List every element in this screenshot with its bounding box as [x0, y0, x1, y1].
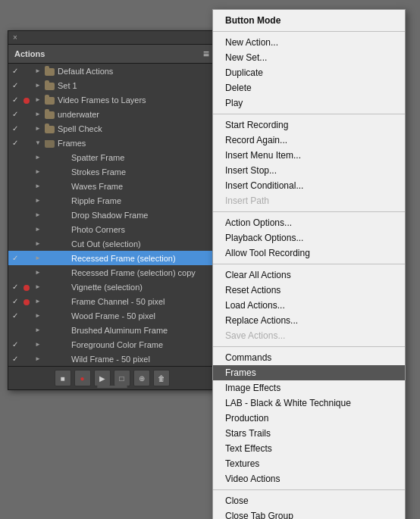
- check-col: ✓: [10, 67, 20, 75]
- action-item[interactable]: ✓►Default Actions: [8, 64, 215, 78]
- check-col: ✓: [10, 124, 20, 133]
- expand-col: ►: [33, 211, 43, 218]
- menu-item-frames[interactable]: Frames: [213, 365, 405, 380]
- menu-item-load-actions[interactable]: Load Actions...: [213, 298, 405, 313]
- menu-item-insert-menu-item[interactable]: Insert Menu Item...: [213, 148, 405, 163]
- panel-close-icon[interactable]: ×: [13, 33, 17, 42]
- menu-item-playback-options[interactable]: Playback Options...: [213, 230, 405, 245]
- action-item[interactable]: ✓►Spell Check: [8, 121, 215, 136]
- item-label: Waves Frame: [58, 182, 214, 191]
- action-item[interactable]: ►Brushed Aluminum Frame: [8, 323, 215, 337]
- expand-col: ►: [33, 82, 43, 89]
- menu-item-insert-conditional[interactable]: Insert Conditional...: [213, 178, 405, 193]
- expand-col: ►: [33, 298, 43, 305]
- item-label: Set 1: [58, 81, 214, 90]
- item-label: Video Frames to Layers: [58, 95, 214, 105]
- record-button[interactable]: ●: [74, 370, 91, 386]
- actions-list: ✓►Default Actions✓►Set 1✓►Video Frames t…: [8, 64, 215, 366]
- action-item[interactable]: ✓▼Frames: [8, 136, 215, 150]
- item-icon: [43, 123, 55, 133]
- item-icon: [43, 95, 55, 104]
- menu-item-delete[interactable]: Delete: [213, 80, 405, 95]
- check-col: ✓: [10, 311, 20, 320]
- menu-item-allow-tool-recording[interactable]: Allow Tool Recording: [213, 245, 405, 261]
- panel-menu-icon[interactable]: ≡ →: [203, 48, 209, 60]
- action-item[interactable]: ►Spatter Frame: [8, 150, 215, 164]
- menu-item-insert-stop[interactable]: Insert Stop...: [213, 163, 405, 178]
- play-button[interactable]: ▶: [94, 370, 111, 386]
- menu-item-replace-actions[interactable]: Replace Actions...: [213, 313, 405, 328]
- stop-button[interactable]: ■: [55, 370, 71, 386]
- item-label: Ripple Frame: [58, 196, 214, 205]
- item-label: Default Actions: [58, 67, 214, 76]
- check-col: ✓: [10, 139, 20, 147]
- expand-col: ►: [33, 125, 43, 132]
- new-set-button[interactable]: □: [114, 370, 130, 386]
- menu-separator: [213, 211, 405, 212]
- action-item[interactable]: ►Strokes Frame: [8, 164, 215, 179]
- action-item[interactable]: ✓►Recessed Frame (selection): [8, 251, 215, 265]
- menu-item-new-action[interactable]: New Action...: [213, 35, 405, 50]
- item-icon: [43, 138, 55, 147]
- item-label: Frame Channel - 50 pixel: [58, 297, 214, 306]
- menu-item-play[interactable]: Play: [213, 95, 405, 111]
- item-label: Photo Corners: [58, 225, 214, 234]
- action-item[interactable]: ►Recessed Frame (selection) copy: [8, 265, 215, 280]
- menu-item-image-effects[interactable]: Image Effects: [213, 380, 405, 396]
- menu-item-video-actions[interactable]: Video Actions: [213, 471, 405, 486]
- action-item[interactable]: ►Waves Frame: [8, 179, 215, 193]
- item-label: underwater: [58, 110, 214, 119]
- item-label: Vignette (selection): [58, 283, 214, 292]
- expand-col: ►: [33, 269, 43, 276]
- expand-col: ►: [33, 96, 43, 103]
- check-col: ✓: [10, 355, 20, 363]
- action-item[interactable]: ►Drop Shadow Frame: [8, 208, 215, 222]
- record-col: [20, 95, 33, 105]
- check-col: ✓: [10, 283, 20, 291]
- action-item[interactable]: ✓►underwater: [8, 107, 215, 121]
- menu-item-close-tab-group[interactable]: Close Tab Group: [213, 508, 405, 519]
- menu-item-button-mode[interactable]: Button Mode: [213, 13, 405, 28]
- menu-item-production[interactable]: Production: [213, 411, 405, 426]
- item-label: Foreground Color Frame: [58, 340, 214, 349]
- action-item[interactable]: ✓►Wild Frame - 50 pixel: [8, 352, 215, 366]
- menu-item-textures[interactable]: Textures: [213, 456, 405, 471]
- action-item[interactable]: ►Photo Corners: [8, 222, 215, 236]
- menu-separator: [213, 31, 405, 32]
- panel-title: Actions: [14, 49, 45, 58]
- menu-item-duplicate[interactable]: Duplicate: [213, 65, 405, 80]
- expand-col: ►: [33, 111, 43, 117]
- action-item[interactable]: ✓►Frame Channel - 50 pixel: [8, 294, 215, 308]
- menu-item-new-set[interactable]: New Set...: [213, 50, 405, 65]
- action-item[interactable]: ✓►Video Frames to Layers: [8, 92, 215, 107]
- menu-item-text-effects[interactable]: Text Effects: [213, 441, 405, 456]
- menu-item-record-again[interactable]: Record Again...: [213, 133, 405, 148]
- menu-item-stars-trails[interactable]: Stars Trails: [213, 426, 405, 441]
- expand-col: ►: [33, 168, 43, 175]
- menu-item-action-options[interactable]: Action Options...: [213, 215, 405, 230]
- action-item[interactable]: ✓►Wood Frame - 50 pixel: [8, 308, 215, 323]
- scrollbar-hint: [97, 386, 127, 388]
- menu-item-commands[interactable]: Commands: [213, 350, 405, 365]
- check-col: ✓: [10, 254, 20, 262]
- menu-separator: [213, 489, 405, 490]
- item-label: Frames: [58, 139, 214, 148]
- menu-item-start-recording[interactable]: Start Recording: [213, 117, 405, 133]
- action-item[interactable]: ►Ripple Frame: [8, 193, 215, 208]
- new-action-button[interactable]: ⊕: [133, 370, 150, 386]
- action-item[interactable]: ✓►Foreground Color Frame: [8, 337, 215, 352]
- menu-separator: [213, 346, 405, 347]
- expand-col: ►: [33, 197, 43, 204]
- menu-item-reset-actions[interactable]: Reset Actions: [213, 283, 405, 298]
- action-item[interactable]: ✓►Vignette (selection): [8, 280, 215, 294]
- action-item[interactable]: ►Cut Out (selection): [8, 236, 215, 251]
- action-item[interactable]: ✓►Set 1: [8, 78, 215, 92]
- menu-separator: [213, 114, 405, 114]
- check-col: ✓: [10, 110, 20, 118]
- item-icon: [43, 109, 55, 118]
- menu-item-clear-all-actions[interactable]: Clear All Actions: [213, 267, 405, 283]
- menu-item-close[interactable]: Close: [213, 493, 405, 508]
- delete-button[interactable]: 🗑: [153, 370, 170, 386]
- menu-item-lab-black-white[interactable]: LAB - Black & White Technique: [213, 396, 405, 411]
- panel-titlebar: ×: [8, 31, 215, 45]
